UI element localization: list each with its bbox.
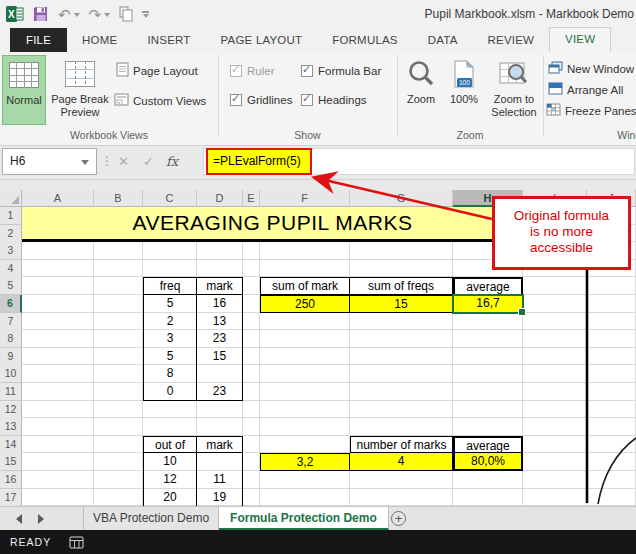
row-header-14[interactable]: 14 (0, 436, 22, 454)
row-header-6[interactable]: 6 (0, 295, 22, 313)
column-header-G[interactable]: G (350, 190, 453, 207)
macro-record-icon[interactable] (69, 536, 84, 549)
row-header-13[interactable]: 13 (0, 418, 22, 436)
row-header-3[interactable]: 3 (0, 242, 22, 260)
insert-function-icon[interactable]: fx (166, 148, 178, 175)
cell-F5[interactable]: sum of mark (260, 277, 350, 295)
column-header-A[interactable]: A (22, 190, 94, 207)
cell-F6[interactable]: 250 (260, 295, 350, 313)
ribbon-tab-formulas[interactable]: FORMULAS (317, 28, 413, 52)
cell-D8[interactable]: 23 (197, 330, 243, 348)
row-header-7[interactable]: 7 (0, 313, 22, 331)
cell-G15[interactable]: 4 (350, 453, 453, 471)
row-header-4[interactable]: 4 (0, 260, 22, 278)
ribbon-tab-file[interactable]: FILE (10, 28, 67, 52)
cell-C17[interactable]: 20 (143, 489, 197, 506)
new-window-button[interactable]: New Window (548, 60, 634, 78)
cell-D14[interactable]: mark (197, 436, 243, 454)
ribbon-tab-view[interactable]: VIEW (549, 27, 611, 52)
customize-quick-access-toolbar-button[interactable] (142, 11, 149, 18)
cell-G14[interactable]: number of marks (350, 436, 453, 454)
ribbon-tab-page-layout[interactable]: PAGE LAYOUT (206, 28, 318, 52)
select-all-corner[interactable] (0, 190, 22, 207)
cell-G6[interactable]: 15 (350, 295, 453, 313)
cell-F15[interactable]: 3,2 (260, 453, 350, 471)
row-header-8[interactable]: 8 (0, 330, 22, 348)
ribbon-tab-data[interactable]: DATA (413, 28, 473, 52)
column-header-C[interactable]: C (143, 190, 197, 207)
cell-D6[interactable]: 16 (197, 295, 243, 313)
cell-C11[interactable]: 0 (143, 383, 197, 401)
row-header-9[interactable]: 9 (0, 348, 22, 366)
undo-dropdown-caret[interactable] (74, 13, 80, 17)
row-header-2[interactable]: 2 (0, 225, 22, 243)
callout-annotation[interactable]: Original formula is no more accessible (492, 196, 631, 270)
ruler-checkbox[interactable]: ✓ Ruler (230, 64, 274, 78)
arrange-all-button[interactable]: Arrange All (548, 81, 623, 99)
undo-button[interactable]: ↶ (58, 7, 80, 22)
row-header-12[interactable]: 12 (0, 401, 22, 419)
ribbon-tab-insert[interactable]: INSERT (132, 28, 205, 52)
cell-C6[interactable]: 5 (143, 295, 197, 313)
cell-D11[interactable]: 23 (197, 383, 243, 401)
cell-C16[interactable]: 12 (143, 471, 197, 489)
redo-button[interactable]: ↷ (89, 7, 111, 22)
cell-H14[interactable]: average (453, 436, 523, 454)
save-button[interactable] (33, 6, 49, 22)
cell-C9[interactable]: 5 (143, 348, 197, 366)
cell-C5[interactable]: freq (143, 277, 197, 295)
column-header-E[interactable]: E (243, 190, 260, 207)
name-box-dropdown-caret[interactable] (81, 160, 89, 165)
cell-C14[interactable]: out of (143, 436, 197, 454)
cell-D17[interactable]: 19 (197, 489, 243, 506)
column-header-B[interactable]: B (94, 190, 143, 207)
excel-logo-icon[interactable]: X (6, 5, 24, 23)
row-header-5[interactable]: 5 (0, 277, 22, 295)
zoom-button[interactable]: Zoom (399, 55, 443, 125)
next-sheet-icon[interactable] (38, 514, 44, 524)
cell-C7[interactable]: 2 (143, 313, 197, 331)
cell-C8[interactable]: 3 (143, 330, 197, 348)
page-layout-view-button[interactable]: Page Layout (116, 62, 198, 80)
formula-highlight[interactable]: =PLEvalForm(5) (206, 148, 312, 175)
cell-D5[interactable]: mark (197, 277, 243, 295)
cell-D10[interactable] (197, 365, 243, 383)
row-header-16[interactable]: 16 (0, 471, 22, 489)
ribbon-tab-review[interactable]: REVIEW (473, 28, 550, 52)
cell-D16[interactable]: 11 (197, 471, 243, 489)
cell-D7[interactable]: 13 (197, 313, 243, 331)
cell-H15[interactable]: 80,0% (453, 453, 523, 471)
title-banner-cell[interactable]: AVERAGING PUPIL MARKS (22, 207, 523, 242)
cell-H5[interactable]: average (453, 277, 523, 295)
redo-dropdown-caret[interactable] (104, 13, 110, 17)
page-break-preview-button[interactable]: Page Break Preview (47, 55, 113, 125)
row-header-11[interactable]: 11 (0, 383, 22, 401)
row-header-15[interactable]: 15 (0, 453, 22, 471)
column-header-D[interactable]: D (197, 190, 243, 207)
previous-sheet-icon[interactable] (16, 514, 22, 524)
row-header-1[interactable]: 1 (0, 207, 22, 225)
row-header-17[interactable]: 17 (0, 489, 22, 506)
ribbon-tab-home[interactable]: HOME (67, 28, 132, 52)
enter-icon[interactable]: ✓ (143, 148, 154, 175)
cell-C10[interactable]: 8 (143, 365, 197, 383)
freeze-panes-button[interactable]: Freeze Panes (546, 102, 636, 120)
headings-checkbox[interactable]: ✓ Headings (301, 93, 367, 107)
zoom-100-button[interactable]: 100 100% (444, 55, 484, 125)
copy-button[interactable] (119, 6, 133, 22)
row-header-10[interactable]: 10 (0, 365, 22, 383)
cancel-icon[interactable]: ✕ (118, 148, 129, 175)
normal-view-button[interactable]: Normal (2, 55, 46, 125)
name-box[interactable]: H6 (2, 148, 97, 175)
cell-D15[interactable] (197, 453, 243, 471)
sheet-tab-formula-protection-demo[interactable]: Formula Protection Demo (219, 507, 389, 530)
gridlines-checkbox[interactable]: ✓ Gridlines (230, 93, 292, 107)
cell-D9[interactable]: 15 (197, 348, 243, 366)
new-sheet-button[interactable]: + (391, 511, 406, 526)
zoom-to-selection-button[interactable]: Zoom to Selection (485, 55, 543, 125)
formula-bar-checkbox[interactable]: ✓ Formula Bar (301, 64, 381, 78)
column-header-F[interactable]: F (260, 190, 350, 207)
sheet-tab-vba-protection-demo[interactable]: VBA Protection Demo (84, 507, 219, 530)
cell-G5[interactable]: sum of freqs (350, 277, 453, 295)
custom-views-button[interactable]: Custom Views (114, 92, 206, 110)
